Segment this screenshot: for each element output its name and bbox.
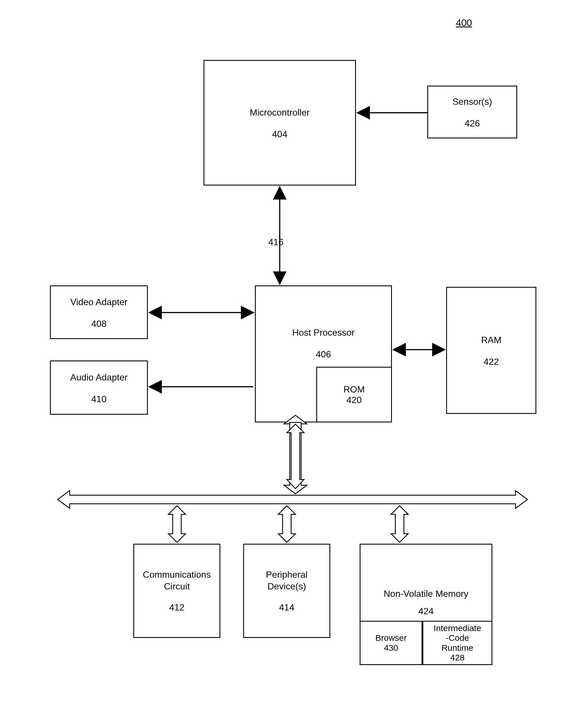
runtime-label-1: Intermediate [434,623,481,633]
open-arrow-bus-nvmem [391,506,408,542]
comm-label-1: Communications [143,569,211,580]
bus-label: Bus 418 [257,492,314,507]
video-num: 408 [91,318,107,329]
periph-num: 414 [279,602,294,613]
block-microcontroller: Microcontroller 404 [204,60,356,186]
block-video-adapter: Video Adapter 408 [50,285,148,339]
microcontroller-num: 404 [272,129,287,140]
periph-label-1: Peripheral [266,569,308,580]
block-rom: ROM 420 [316,367,392,422]
diagram-canvas: 400 Microcontroller 404 Sensor(s) 426 Ho… [0,0,588,701]
block-peripheral-devices: Peripheral Device(s) 414 [243,544,330,638]
host-num: 406 [316,349,331,360]
open-arrow-bus-periph [278,506,296,542]
ram-label: RAM [481,335,501,345]
browser-num: 430 [384,643,398,653]
microcontroller-label: Microcontroller [250,107,310,118]
block-browser: Browser 430 [360,621,422,665]
connector-label-416: 416 [268,237,283,247]
ram-num: 422 [483,357,499,367]
comm-num: 412 [169,602,184,613]
audio-num: 410 [91,394,107,405]
comm-label-2: Circuit [164,581,190,592]
nvmem-num: 424 [418,606,434,617]
open-arrow-host-bus-shape [287,424,304,489]
block-ram: RAM 422 [446,287,536,414]
open-arrow-bus-comm [168,506,186,542]
block-communications-circuit: Communications Circuit 412 [133,544,220,638]
rom-label: ROM [343,384,365,395]
open-arrow-host-bus [284,415,307,494]
block-sensors: Sensor(s) 426 [427,86,517,139]
runtime-num: 428 [450,653,464,663]
block-intermediate-code-runtime: Intermediate -Code Runtime 428 [422,621,493,665]
sensors-num: 426 [465,118,480,129]
runtime-label-2: -Code [446,633,469,643]
nvmem-label: Non-Volatile Memory [384,589,468,599]
rom-num: 420 [347,395,362,405]
audio-label: Audio Adapter [70,372,128,383]
sensors-label: Sensor(s) [452,96,492,107]
periph-label-2: Device(s) [267,581,306,592]
video-label: Video Adapter [70,297,127,307]
host-label: Host Processor [292,327,355,338]
figure-number: 400 [456,17,472,28]
runtime-label-3: Runtime [441,643,473,653]
browser-label: Browser [375,633,407,643]
block-audio-adapter: Audio Adapter 410 [50,361,148,415]
